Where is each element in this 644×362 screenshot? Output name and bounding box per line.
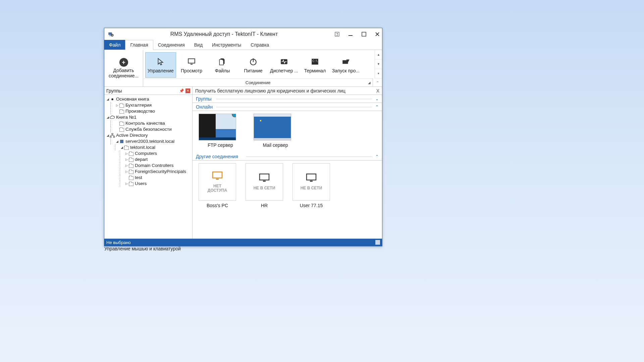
tool-terminal[interactable]: C:\ Терминал [300, 52, 330, 78]
tree-dc[interactable]: ▷Domain Controllers [106, 163, 192, 169]
connection-label: Boss's PC [199, 203, 236, 208]
tree-main-book[interactable]: ◢●Основная книга [106, 96, 192, 102]
ribbon-collapse-icon[interactable]: ⌃ [373, 78, 382, 86]
panel-close-icon[interactable]: ✕ [185, 88, 190, 93]
tool-manage[interactable]: Управление [145, 52, 176, 78]
folder-icon [128, 151, 134, 156]
section-online[interactable]: Онлайн⌃ [193, 103, 382, 111]
tool-label: Диспетчер ... [270, 68, 298, 73]
window-title: RMS Удаленный доступ - TektonIT - Клиент [114, 31, 334, 37]
folder-icon [128, 181, 134, 186]
connection-hr[interactable]: НЕ В СЕТИ HR [246, 163, 283, 208]
maximize-icon[interactable] [361, 32, 367, 37]
svg-rect-21 [120, 140, 123, 143]
license-notice[interactable]: Получить бесплатную лицензию для юридиче… [193, 87, 382, 95]
menu-file[interactable]: Файл [104, 40, 125, 50]
svg-rect-30 [213, 172, 222, 178]
tree-accounting[interactable]: ▷Бухгалтерия [106, 102, 192, 108]
menu-main[interactable]: Главная [125, 40, 153, 50]
section-groups[interactable]: Группы⌄ [193, 95, 382, 103]
main-panel: Получить бесплатную лицензию для юридиче… [193, 87, 382, 239]
chevron-up-icon: ⌃ [375, 105, 379, 109]
svg-rect-3 [112, 35, 113, 36]
monitor-icon [186, 57, 197, 67]
add-connection-button[interactable]: + Добавитьсоединение... [104, 50, 143, 86]
tool-run[interactable]: Запуск про... [330, 52, 361, 78]
groups-panel: Группы 📌 ✕ ◢●Основная книга ▷Бухгалтерия… [104, 87, 193, 239]
online-list: 🌐 FTP сервер Mail сервер [193, 111, 382, 153]
app-window: RMS Удаленный доступ - TektonIT - Клиент… [104, 28, 382, 246]
svg-rect-24 [199, 137, 236, 140]
tree-server[interactable]: ◢server2003.tektonit.local [106, 138, 192, 144]
tool-power[interactable]: Питание [238, 52, 269, 78]
tree-computers[interactable]: ▷Computers [106, 150, 192, 157]
monitor-icon [259, 173, 270, 182]
svg-rect-10 [188, 59, 195, 63]
chevron-up-icon: ⌃ [375, 154, 379, 159]
ribbon-more-icon[interactable]: ▾ [375, 69, 382, 78]
pin-icon[interactable]: 📌 [179, 88, 184, 93]
tool-taskmgr[interactable]: Диспетчер ... [269, 52, 300, 78]
folder-icon [128, 157, 134, 162]
chevron-down-icon: ⌄ [375, 97, 379, 101]
connection-boss[interactable]: НЕТДОСТУПА Boss's PC [199, 163, 236, 208]
monitor-icon [306, 173, 317, 182]
status-icon[interactable] [375, 240, 380, 245]
tree-production[interactable]: Производство [106, 108, 192, 114]
ribbon-up-icon[interactable]: ▲ [375, 50, 382, 59]
terminal-icon: C:\ [310, 57, 320, 67]
status-text: НЕ В СЕТИ [254, 186, 275, 190]
tool-label: Управление [148, 68, 174, 73]
tree-users[interactable]: ▷Users [106, 181, 192, 187]
tree-fsp[interactable]: ▷ForeignSecurityPrincipals [106, 169, 192, 175]
svg-rect-29 [260, 120, 261, 121]
groups-tree: ◢●Основная книга ▷Бухгалтерия Производст… [104, 95, 192, 239]
svg-rect-18 [112, 133, 113, 134]
status-text: НЕ В СЕТИ [301, 186, 322, 190]
svg-rect-33 [263, 181, 266, 182]
tree-security[interactable]: Служба безопасности [106, 126, 192, 132]
svg-rect-5 [336, 33, 338, 34]
connection-ftp[interactable]: 🌐 FTP сервер [199, 114, 242, 148]
folder-icon [119, 121, 124, 126]
tree-qc[interactable]: Контроль качества [106, 120, 192, 126]
svg-rect-27 [254, 114, 291, 117]
notice-close-icon[interactable]: X [376, 88, 379, 94]
menu-help[interactable]: Справка [246, 40, 274, 50]
tool-files[interactable]: Файлы [207, 52, 238, 78]
close-icon[interactable] [375, 32, 380, 37]
connection-user7715[interactable]: НЕ В СЕТИ User 77.15 [292, 163, 330, 208]
statusbar: Не выбрано Управление мышью и клавиатуро… [104, 239, 382, 246]
svg-rect-19 [110, 136, 111, 137]
minimize-icon[interactable] [348, 32, 353, 37]
svg-rect-8 [348, 35, 353, 36]
svg-rect-23 [199, 114, 216, 140]
window-help-icon[interactable] [334, 32, 340, 37]
menu-connections[interactable]: Соединения [153, 40, 190, 50]
tool-view[interactable]: Просмотр [176, 52, 207, 78]
files-icon [217, 57, 227, 67]
tool-label: Файлы [215, 68, 230, 73]
dot-icon: ● [110, 97, 115, 102]
other-list: НЕТДОСТУПА Boss's PC НЕ В СЕТИ HR НЕ В С… [193, 161, 382, 213]
menu-tools[interactable]: Инструменты [207, 40, 246, 50]
connection-label: User 77.15 [292, 203, 330, 208]
tree-domain[interactable]: ◢tektonit.local [106, 144, 192, 150]
ribbon-expand-icon[interactable]: ◢ [368, 81, 371, 84]
tree-depart[interactable]: ▷depart [106, 157, 192, 163]
section-other[interactable]: Другие соединения⌃ [193, 153, 382, 161]
connection-mail[interactable]: Mail сервер [254, 114, 297, 148]
ribbon-scroll: ▲ ▼ ▾ [375, 50, 382, 78]
menu-view[interactable]: Вид [190, 40, 207, 50]
ribbon-down-icon[interactable]: ▼ [375, 59, 382, 69]
svg-rect-6 [337, 34, 338, 35]
tree-test[interactable]: test [106, 175, 192, 181]
tree-ad[interactable]: ◢Active Directory [106, 132, 192, 138]
run-icon [341, 57, 351, 67]
monitor-icon [212, 171, 223, 180]
svg-rect-28 [254, 138, 291, 140]
body: Группы 📌 ✕ ◢●Основная книга ▷Бухгалтерия… [104, 87, 382, 239]
tree-book1[interactable]: ◢Книга №1 [106, 114, 192, 120]
tool-label: Терминал [304, 68, 326, 73]
add-connection-label: Добавитьсоединение... [109, 68, 139, 78]
